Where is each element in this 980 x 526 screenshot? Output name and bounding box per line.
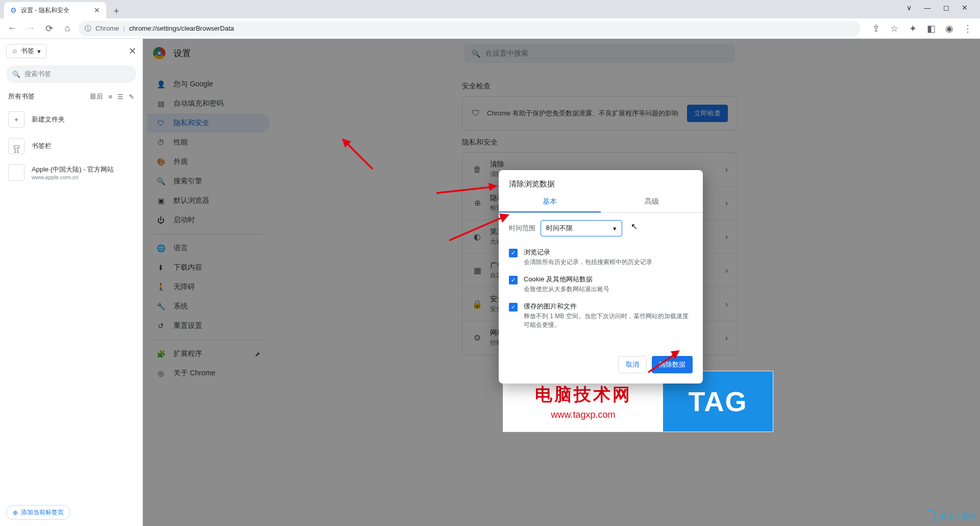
star-icon: ☆ (12, 47, 18, 55)
corner-watermark-text: 极光下载站 (939, 512, 975, 521)
watermark-title: 电脑技术网 (535, 383, 632, 407)
close-window-icon[interactable]: ✕ (962, 4, 968, 12)
checkbox-title: 浏览记录 (524, 248, 652, 257)
svg-marker-3 (488, 183, 498, 191)
new-folder-label: 新建文件夹 (32, 115, 65, 124)
bookmarks-dropdown-label: 书签 (21, 46, 34, 56)
window-menu-icon[interactable]: ∨ (906, 4, 912, 12)
checkbox-checked-icon: ✓ (509, 303, 518, 312)
sort-label[interactable]: 最后 (90, 92, 103, 101)
annotation-arrow (449, 212, 510, 245)
edit-icon[interactable]: ✎ (129, 93, 134, 101)
annotation-arrow (648, 349, 684, 377)
checkbox-sub: 会致使您从大多数网站退出账号 (524, 285, 609, 294)
bookmark-item-apple[interactable]: Apple (中国大陆) - 官方网站 www.apple.com.cn (0, 159, 142, 186)
add-current-label: 添加当前标签页 (21, 508, 64, 517)
bookmarks-panel: ☆ 书签 ▾ ✕ 🔍 搜索书签 所有书签 最后 ≡ ☰ ✎ + 新建文件夹 ▭1… (0, 39, 143, 526)
view-list-icon[interactable]: ☰ (117, 93, 124, 101)
tab-basic[interactable]: 基本 (499, 192, 601, 212)
bookmarks-search[interactable]: 🔍 搜索书签 (6, 65, 136, 83)
checkbox-cookies[interactable]: ✓ Cookie 及其他网站数据会致使您从大多数网站退出账号 (509, 271, 693, 298)
apple-icon (8, 164, 24, 181)
bookmark-star-icon[interactable]: ☆ (887, 21, 901, 36)
svg-marker-5 (499, 213, 509, 223)
dropdown-arrow-icon: ▾ (613, 225, 617, 232)
folder-icon: ▭11 (8, 138, 24, 154)
forward-button[interactable]: → (23, 21, 38, 36)
checkbox-checked-icon: ✓ (509, 276, 518, 284)
time-range-value: 时间不限 (546, 224, 573, 233)
watermark-url: www.tagxp.com (551, 410, 615, 420)
plus-circle-icon: ⊕ (13, 509, 18, 516)
home-button[interactable]: ⌂ (60, 21, 75, 36)
bookmarks-dropdown[interactable]: ☆ 书签 ▾ (6, 44, 46, 58)
tab-advanced[interactable]: 高级 (601, 192, 703, 212)
gear-icon: ⚙ (10, 6, 17, 14)
swoosh-icon (921, 508, 938, 524)
bookmark-title: Apple (中国大陆) - 官方网站 (32, 165, 114, 174)
bookmarks-search-placeholder: 搜索书签 (24, 69, 51, 79)
reload-button[interactable]: ⟳ (42, 21, 56, 36)
tab-title: 设置 - 隐私和安全 (21, 6, 69, 15)
mouse-cursor-icon: ↖ (631, 222, 638, 231)
back-button[interactable]: ← (5, 21, 19, 36)
filter-icon[interactable]: ≡ (108, 93, 112, 101)
svg-marker-7 (671, 350, 680, 360)
svg-line-0 (346, 142, 373, 169)
checkbox-browsing-history[interactable]: ✓ 浏览记录会清除所有历史记录，包括搜索框中的历史记录 (509, 244, 693, 271)
checkbox-checked-icon: ✓ (509, 249, 518, 257)
checkbox-sub: 释放不到 1 MB 空间。当您下次访问时，某些网站的加载速度可能会更慢。 (524, 312, 693, 329)
time-range-label: 时间范围 (509, 224, 535, 233)
plus-icon: + (8, 111, 24, 128)
address-bar[interactable]: ⓘ Chrome | chrome://settings/clearBrowse… (79, 21, 861, 36)
svg-line-2 (436, 187, 493, 193)
time-range-select[interactable]: 时间不限 ▾ (541, 220, 622, 236)
all-bookmarks-label: 所有书签 (8, 92, 35, 101)
bookmarks-bar-folder[interactable]: ▭11 书签栏 (0, 133, 142, 159)
cancel-button[interactable]: 取消 (618, 356, 647, 373)
bookmarks-bar-label: 书签栏 (32, 141, 52, 151)
dialog-title: 清除浏览数据 (499, 170, 703, 192)
new-folder-row[interactable]: + 新建文件夹 (0, 106, 142, 133)
extensions-icon[interactable]: ✦ (905, 21, 920, 36)
svg-line-4 (449, 217, 504, 241)
corner-watermark: 极光下载站 (923, 510, 975, 523)
add-current-tab-button[interactable]: ⊕ 添加当前标签页 (6, 505, 70, 520)
bookmark-url: www.apple.com.cn (32, 174, 114, 180)
kebab-menu-icon[interactable]: ⋮ (961, 21, 975, 36)
url-text: chrome://settings/clearBrowserData (129, 25, 234, 32)
checkbox-title: 缓存的图片和文件 (524, 302, 693, 311)
checkbox-title: Cookie 及其他网站数据 (524, 275, 609, 284)
profile-icon[interactable]: ◉ (942, 21, 957, 36)
checkbox-cache[interactable]: ✓ 缓存的图片和文件释放不到 1 MB 空间。当您下次访问时，某些网站的加载速度… (509, 298, 693, 333)
checkbox-sub: 会清除所有历史记录，包括搜索框中的历史记录 (524, 258, 652, 267)
close-tab-icon[interactable]: ✕ (94, 6, 100, 14)
search-icon: 🔍 (12, 70, 20, 78)
url-host-label: Chrome (95, 25, 119, 32)
new-tab-button[interactable]: + (109, 4, 124, 18)
maximize-icon[interactable]: ◻ (943, 4, 949, 12)
browser-tab[interactable]: ⚙ 设置 - 隐私和安全 ✕ (4, 2, 106, 18)
close-panel-icon[interactable]: ✕ (129, 45, 136, 57)
chevron-down-icon: ▾ (37, 47, 41, 55)
annotation-arrow (436, 183, 498, 200)
side-panel-icon[interactable]: ◧ (924, 21, 938, 36)
share-icon[interactable]: ⇪ (869, 21, 883, 36)
annotation-arrow (342, 138, 378, 176)
site-info-icon[interactable]: ⓘ (85, 24, 91, 33)
minimize-icon[interactable]: — (924, 4, 931, 12)
svg-line-6 (648, 353, 676, 372)
